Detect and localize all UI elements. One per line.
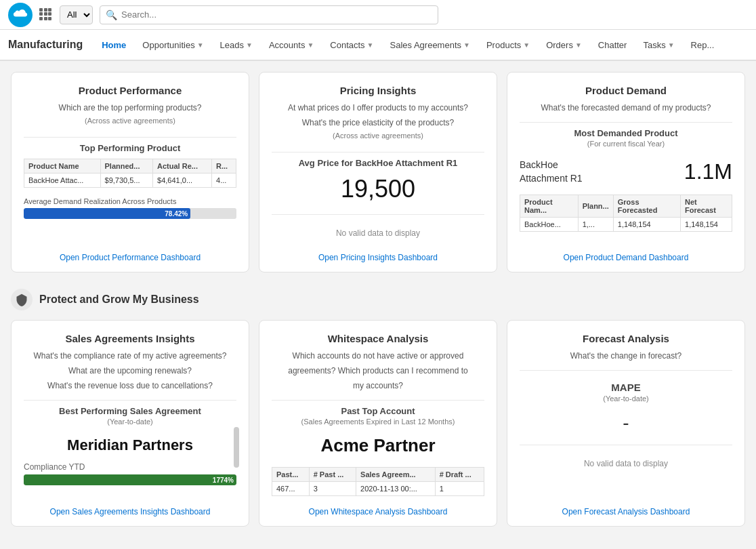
cell-planned: $9,730,5... bbox=[100, 174, 153, 188]
section2-icon bbox=[11, 289, 33, 310]
card-title-demand: Product Demand bbox=[520, 85, 732, 96]
section-label-top-product: Top Performing Product bbox=[24, 143, 236, 153]
col-header-ndraft: # Draft ... bbox=[435, 468, 484, 482]
chevron-icon: ▼ bbox=[367, 41, 374, 49]
whitespace-table: Past... # Past ... Sales Agreem... # Dra… bbox=[272, 467, 484, 496]
sa-link[interactable]: Open Sales Agreements Insights Dashboard bbox=[24, 500, 236, 516]
pricing-insights-link[interactable]: Open Pricing Insights Dashboard bbox=[272, 246, 484, 262]
card-title-forecast: Forecast Analysis bbox=[520, 333, 732, 344]
bottom-cards-grid: Sales Agreements Insights What's the com… bbox=[11, 320, 745, 527]
demand-highlight: BackHoeAttachment R1 1.1M bbox=[520, 159, 732, 185]
col-header-npast: # Past ... bbox=[309, 468, 356, 482]
salesforce-logo[interactable] bbox=[8, 3, 33, 27]
progress-bar-fill: 78.42% bbox=[24, 208, 190, 219]
past-top-label: Past Top Account bbox=[272, 406, 484, 416]
fiscal-note: (For current fiscal Year) bbox=[520, 140, 732, 148]
compliance-label: Compliance YTD bbox=[24, 462, 236, 472]
product-demand-link[interactable]: Open Product Demand Dashboard bbox=[520, 246, 732, 262]
whitespace-card: Whitespace Analysis Which accounts do no… bbox=[259, 320, 497, 527]
card-title-pricing: Pricing Insights bbox=[272, 85, 484, 96]
shield-icon bbox=[15, 293, 28, 306]
section-label-avg-price: Avg Price for BackHoe Attachment R1 bbox=[272, 158, 484, 168]
cell-product: BackHoe Attac... bbox=[24, 174, 101, 188]
divider bbox=[520, 370, 732, 371]
cell-r: 4... bbox=[212, 174, 236, 188]
col-header-sadate: Sales Agreem... bbox=[356, 468, 436, 482]
nav-orders[interactable]: Orders ▼ bbox=[538, 30, 590, 61]
divider bbox=[24, 137, 236, 138]
col-header-planned: Planned... bbox=[100, 159, 153, 174]
nav-bar: Manufacturing Home Opportunities ▼ Leads… bbox=[0, 30, 756, 61]
search-filter[interactable]: All bbox=[60, 5, 93, 24]
col-header-gross: Gross Forecasted bbox=[613, 195, 680, 218]
forecast-link[interactable]: Open Forecast Analysis Dashboard bbox=[520, 500, 732, 516]
progress-value: 78.42% bbox=[165, 210, 188, 218]
subtitle-product-performance: Which are the top performing products? bbox=[24, 102, 236, 114]
nav-chatter[interactable]: Chatter bbox=[590, 30, 635, 61]
product-demand-card: Product Demand What's the forecasted dem… bbox=[507, 72, 745, 272]
nav-opportunities[interactable]: Opportunities ▼ bbox=[134, 30, 211, 61]
divider bbox=[272, 214, 484, 215]
cell-sadate: 2020-11-13 00:... bbox=[356, 482, 436, 496]
chevron-icon: ▼ bbox=[197, 41, 204, 49]
nav-products[interactable]: Products ▼ bbox=[478, 30, 538, 61]
divider bbox=[272, 400, 484, 401]
divider bbox=[272, 152, 484, 152]
mape-label: MAPE bbox=[520, 382, 732, 393]
col-header-net: Net Forecast bbox=[681, 195, 732, 218]
cell-npast: 3 bbox=[309, 482, 356, 496]
divider bbox=[520, 122, 732, 123]
nav-leads[interactable]: Leads ▼ bbox=[212, 30, 261, 61]
subtitle-ws-2: agreements? Which products can I recomme… bbox=[272, 365, 484, 377]
mape-ytd-note: (Year-to-date) bbox=[520, 394, 732, 403]
product-performance-link[interactable]: Open Product Performance Dashboard bbox=[24, 246, 236, 262]
table-row: BackHoe Attac... $9,730,5... $4,641,0...… bbox=[24, 174, 236, 188]
no-data-forecast: No valid data to display bbox=[520, 459, 732, 468]
nav-accounts[interactable]: Accounts ▼ bbox=[261, 30, 322, 61]
divider bbox=[520, 445, 732, 445]
card-title-product-performance: Product Performance bbox=[24, 85, 236, 96]
compliance-value: 1774% bbox=[213, 476, 234, 484]
no-data-pricing: No valid data to display bbox=[272, 228, 484, 238]
subtitle-pricing-2: What's the price elasticity of the produ… bbox=[272, 117, 484, 129]
compliance-bar-fill: 1774% bbox=[24, 474, 236, 485]
top-bar: All 🔍 bbox=[0, 0, 756, 30]
section2-title: Protect and Grow My Business bbox=[39, 293, 199, 306]
subtitle-sa-1: What's the compliance rate of my active … bbox=[24, 350, 236, 362]
cell-actual: $4,641,0... bbox=[153, 174, 212, 188]
product-performance-card: Product Performance Which are the top pe… bbox=[11, 72, 249, 272]
nav-tasks[interactable]: Tasks ▼ bbox=[635, 30, 682, 61]
cell-past: 467... bbox=[272, 482, 310, 496]
demand-progress: Average Demand Realization Across Produc… bbox=[24, 197, 236, 219]
table-row: 467... 3 2020-11-13 00:... 1 bbox=[272, 482, 484, 496]
search-icon: 🔍 bbox=[106, 9, 117, 20]
chevron-icon: ▼ bbox=[307, 41, 314, 49]
grid-icon[interactable] bbox=[39, 8, 53, 22]
sales-agreements-card: Sales Agreements Insights What's the com… bbox=[11, 320, 249, 527]
forecast-card: Forecast Analysis What's the change in f… bbox=[507, 320, 745, 527]
nav-rep[interactable]: Rep... bbox=[683, 30, 723, 61]
search-input[interactable] bbox=[121, 9, 432, 20]
subtitle-sa-3: What's the revenue loss due to cancellat… bbox=[24, 380, 236, 392]
demand-table: Product Nam... Plann... Gross Forecasted… bbox=[520, 195, 732, 232]
divider bbox=[24, 400, 236, 401]
whitespace-link[interactable]: Open Whitespace Analysis Dashboard bbox=[272, 500, 484, 516]
progress-bar-bg: 78.42% bbox=[24, 208, 236, 219]
section2-header: Protect and Grow My Business bbox=[11, 289, 745, 310]
demand-big-number: 1.1M bbox=[684, 159, 732, 184]
pricing-insights-card: Pricing Insights At what prices do I off… bbox=[259, 72, 497, 272]
scroll-indicator bbox=[234, 427, 239, 468]
top-product-table: Product Name Planned... Actual Re... R..… bbox=[24, 159, 236, 188]
subtitle-pricing-1: At what prices do I offer products to my… bbox=[272, 102, 484, 114]
col-header-actual: Actual Re... bbox=[153, 159, 212, 174]
nav-home[interactable]: Home bbox=[93, 30, 134, 61]
chevron-icon: ▼ bbox=[523, 41, 530, 49]
nav-sales-agreements[interactable]: Sales Agreements ▼ bbox=[382, 30, 478, 61]
chevron-icon: ▼ bbox=[463, 41, 470, 49]
col-header-pplan: Plann... bbox=[578, 195, 613, 218]
top-cards-grid: Product Performance Which are the top pe… bbox=[11, 72, 745, 272]
note-pricing: (Across active agreements) bbox=[272, 131, 484, 140]
nav-contacts[interactable]: Contacts ▼ bbox=[322, 30, 381, 61]
subtitle-demand: What's the forecasted demand of my produ… bbox=[520, 102, 732, 114]
chevron-icon: ▼ bbox=[575, 41, 582, 49]
